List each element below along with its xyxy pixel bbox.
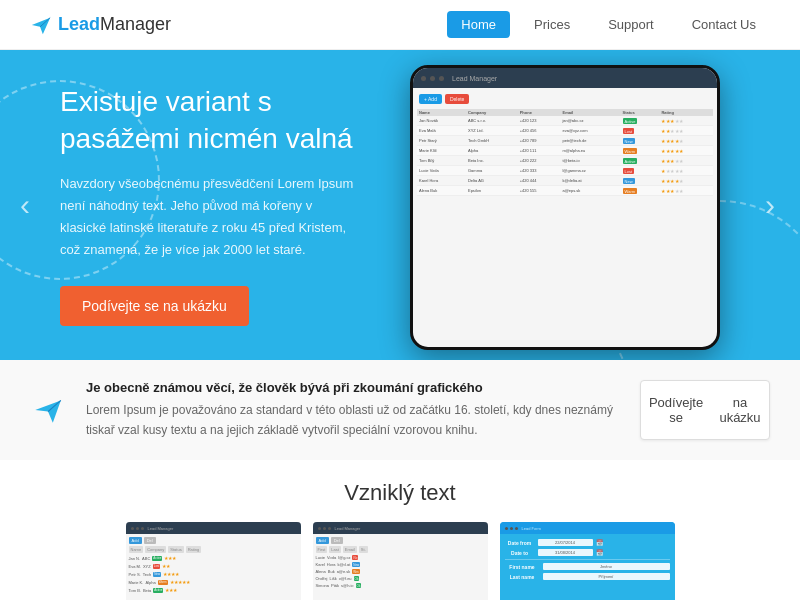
card3-body: Lead Form Date from 22/07/2014 📅 Date to… — [500, 522, 675, 600]
hero-description: Navzdory všeobecnému přesvědčení Lorem I… — [60, 173, 360, 261]
info-section: Je obecně známou věcí, že člověk bývá př… — [0, 360, 800, 460]
feature-card-1: Lead Manager Add Del Name Company Status… — [126, 522, 301, 600]
feature-card-3: Lead Form Date from 22/07/2014 📅 Date to… — [500, 522, 675, 600]
hero-cta-button[interactable]: Podívejte se na ukázku — [60, 286, 249, 326]
table-row: Alena BukEpsilon+420 555a@eps.sk Warm ★★… — [417, 186, 713, 196]
card1-header: Lead Manager — [126, 522, 301, 534]
tablet-mockup: Lead Manager + Add Delete Name Company P… — [410, 65, 720, 350]
card1-body: Add Del Name Company Status Rating Jan N… — [126, 534, 301, 598]
table-row: Karel HoraDelta AG+420 444k@delta.at New… — [417, 176, 713, 186]
table-row: Lucie VodaGamma+420 333l@gamma.cz Lost ★… — [417, 166, 713, 176]
carousel-next-button[interactable]: › — [765, 188, 775, 222]
table-row: Marie KlíčAlpha+420 111m@alpha.eu Warm ★… — [417, 146, 713, 156]
header: LeadManager Home Prices Support Contact … — [0, 0, 800, 50]
table-row: Tom BílýBeta Inc.+420 222t@beta.io Activ… — [417, 156, 713, 166]
carousel-prev-button[interactable]: ‹ — [20, 188, 30, 222]
info-cta-button[interactable]: Podívejte sena ukázku — [640, 380, 770, 440]
tablet-body: + Add Delete Name Company Phone Email St… — [413, 88, 717, 200]
features-grid: Lead Manager Add Del Name Company Status… — [30, 522, 770, 600]
logo-icon — [30, 14, 52, 36]
info-text: Je obecně známou věcí, že člověk bývá př… — [86, 380, 620, 439]
tablet-data-table: Name Company Phone Email Status Rating J… — [417, 109, 713, 196]
tablet-screen: Lead Manager + Add Delete Name Company P… — [413, 68, 717, 347]
tablet-header: Lead Manager — [413, 68, 717, 88]
info-body: Lorem Ipsum je považováno za standard v … — [86, 401, 620, 439]
nav-prices[interactable]: Prices — [520, 11, 584, 38]
logo-text: LeadManager — [58, 14, 171, 35]
hero-title: Existuje variant s pasážemi nicmén valná — [60, 84, 360, 157]
features-title: Vzniklý text — [30, 480, 770, 506]
table-row: Petr StarýTech GmbH+420 789petr@tech.de … — [417, 136, 713, 146]
info-icon-wrap — [30, 392, 66, 428]
card1-screen: Lead Manager Add Del Name Company Status… — [126, 522, 301, 600]
logo: LeadManager — [30, 14, 171, 36]
nav-support[interactable]: Support — [594, 11, 668, 38]
feature-card-2: Lead Manager Add Del First Last Email St… — [313, 522, 488, 600]
card2-screen: Lead Manager Add Del First Last Email St… — [313, 522, 488, 600]
hero-section: ‹ Existuje variant s pasážemi nicmén val… — [0, 50, 800, 360]
nav: Home Prices Support Contact Us — [447, 11, 770, 38]
card2-header: Lead Manager — [313, 522, 488, 534]
table-row: Jan NovákABC s.r.o.+420 123jan@abc.cz Ac… — [417, 116, 713, 126]
card2-body: Add Del First Last Email St. LucieVodal@… — [313, 534, 488, 593]
nav-contact[interactable]: Contact Us — [678, 11, 770, 38]
nav-home[interactable]: Home — [447, 11, 510, 38]
table-row: Eva MaláXYZ Ltd.+420 456eva@xyz.com Lost… — [417, 126, 713, 136]
hero-content: Existuje variant s pasážemi nicmén valná… — [0, 54, 420, 355]
info-heading: Je obecně známou věcí, že člověk bývá př… — [86, 380, 620, 395]
features-section: Vzniklý text Lead Manager Add Del Name C… — [0, 460, 800, 600]
paper-plane-icon — [32, 394, 64, 426]
